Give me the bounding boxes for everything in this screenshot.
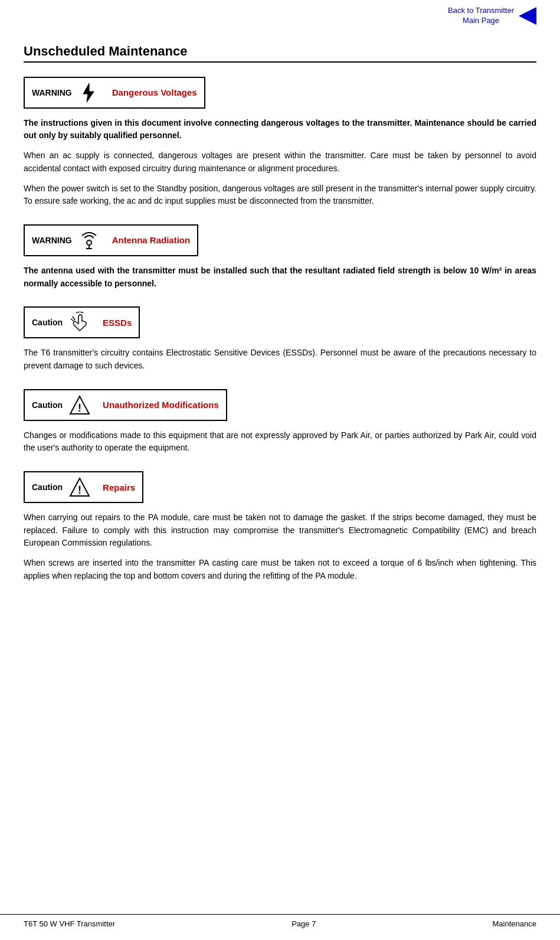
- title-divider: [24, 61, 536, 63]
- top-nav: Back to Transmitter Main Page: [0, 0, 560, 32]
- back-link-line2: Main Page: [463, 16, 499, 25]
- voltages-para-1: The instructions given in this document …: [24, 117, 536, 142]
- triangle-warning-icon-2: !: [68, 476, 91, 498]
- triangle-warning-icon-1: !: [68, 394, 91, 416]
- page-title: Unscheduled Maintenance: [24, 44, 536, 59]
- antenna-para-1: The antenna used with the transmitter mu…: [24, 265, 536, 290]
- section-caution-repairs: Caution ! Repairs When carrying out repa…: [24, 471, 536, 582]
- lightning-icon: [78, 81, 100, 104]
- alert-title-repairs: Repairs: [103, 482, 135, 492]
- alert-title-modifications: Unauthorized Modifications: [103, 400, 219, 410]
- alert-title-voltages: Dangerous Voltages: [112, 87, 197, 97]
- alert-label-caution2: Caution: [32, 400, 63, 410]
- svg-line-4: [73, 316, 75, 320]
- back-link[interactable]: Back to Transmitter Main Page: [448, 6, 514, 26]
- alert-header-essds: Caution ESSDs: [24, 306, 140, 338]
- repairs-para-2: When screws are inserted into the transm…: [24, 557, 536, 582]
- hand-icon: [68, 311, 91, 334]
- alert-label-warning2: WARNING: [32, 236, 72, 245]
- section-caution-modifications: Caution ! Unauthorized Modifications Cha…: [24, 389, 536, 455]
- back-link-line1: Back to Transmitter: [448, 6, 514, 15]
- alert-header-voltages: WARNING Dangerous Voltages: [24, 77, 205, 109]
- alert-header-modifications: Caution ! Unauthorized Modifications: [24, 389, 227, 421]
- section-warning-antenna: WARNING Antenna Radiation The antenna us…: [24, 224, 536, 290]
- section-warning-voltages: WARNING Dangerous Voltages The instructi…: [24, 77, 536, 208]
- svg-text:!: !: [78, 484, 81, 496]
- svg-text:!: !: [78, 402, 81, 414]
- alert-label-caution3: Caution: [32, 482, 63, 492]
- footer-left: T6T 50 W VHF Transmitter: [24, 919, 115, 928]
- svg-line-5: [71, 319, 74, 321]
- alert-title-antenna: Antenna Radiation: [112, 235, 191, 245]
- footer-center: Page 7: [292, 919, 316, 928]
- back-arrow-icon[interactable]: [519, 7, 536, 25]
- voltages-para-2: When an ac supply is connected, dangerou…: [24, 149, 536, 175]
- page-container: Unscheduled Maintenance WARNING Dangerou…: [0, 32, 560, 635]
- alert-title-essds: ESSDs: [103, 318, 132, 328]
- alert-label-warning1: WARNING: [32, 88, 72, 97]
- alert-header-antenna: WARNING Antenna Radiation: [24, 224, 198, 256]
- essds-para-1: The T6 transmitter's circuitry contains …: [24, 347, 536, 372]
- modifications-para-1: Changes or modifications made to this eq…: [24, 429, 536, 455]
- repairs-para-1: When carrying out repairs to the PA modu…: [24, 511, 536, 550]
- section-caution-essds: Caution ESSDs The T6 transmitter's circu…: [24, 306, 536, 372]
- page-footer: T6T 50 W VHF Transmitter Page 7 Maintena…: [0, 914, 560, 928]
- alert-label-caution1: Caution: [32, 318, 63, 327]
- footer-right: Maintenance: [493, 919, 536, 928]
- svg-point-1: [87, 240, 91, 245]
- radio-icon: [78, 229, 100, 252]
- voltages-para-3: When the power switch is set to the Stan…: [24, 182, 536, 208]
- svg-marker-0: [83, 83, 94, 102]
- alert-header-repairs: Caution ! Repairs: [24, 471, 143, 503]
